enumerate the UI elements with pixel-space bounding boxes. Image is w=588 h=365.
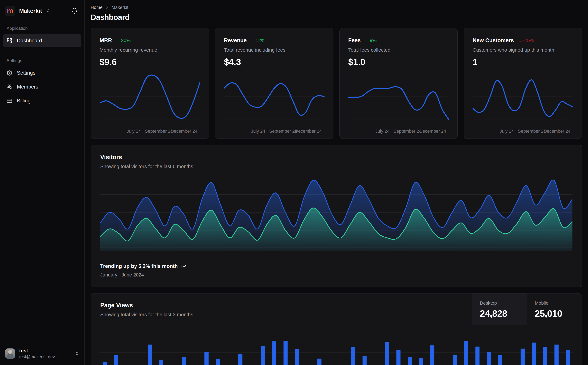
- visitors-trend-text: Trending up by 5.2% this month: [100, 263, 178, 269]
- arrow-down-icon: ↓: [519, 38, 521, 43]
- page-views-title: Page Views: [100, 302, 463, 309]
- chevrons-up-down-icon: [46, 9, 50, 13]
- stat-title: New Customers: [473, 37, 514, 43]
- x-axis-tick: July 24: [375, 129, 389, 134]
- user-menu[interactable]: test test@makerkit.dev: [0, 343, 84, 365]
- trend-value: 12%: [256, 38, 265, 43]
- stat-subtitle: Total fees collected: [348, 47, 449, 53]
- stat-value: 1: [473, 57, 573, 67]
- visitors-subtitle: Showing total visitors for the last 6 mo…: [100, 164, 573, 169]
- page-views-subtitle: Showing total visitors for the last 3 mo…: [100, 312, 463, 317]
- user-avatar: [5, 348, 15, 359]
- trend-value: 20%: [121, 38, 131, 43]
- workspace-name: Makerkit: [19, 8, 42, 14]
- user-name: test: [19, 348, 55, 354]
- revenue-sparkline-chart: [224, 73, 325, 125]
- dashboard-icon: [7, 38, 12, 43]
- stat-card-new-customers: New Customers ↓ -25% Customers who signe…: [463, 28, 582, 139]
- visitors-period: January - June 2024: [100, 272, 573, 278]
- sidebar-nav: Application Dashboard Settings Settings …: [0, 18, 84, 343]
- stat-subtitle: Customers who signed up this month: [473, 47, 573, 53]
- mrr-sparkline-chart: [100, 73, 200, 125]
- x-axis-tick: December 24: [419, 129, 446, 134]
- user-email: test@makerkit.dev: [19, 354, 55, 359]
- tab-value: 24,828: [480, 308, 524, 319]
- sidebar-item-label: Settings: [17, 70, 35, 76]
- x-axis-tick: December 24: [295, 129, 322, 134]
- visitors-title: Visitors: [100, 154, 573, 161]
- users-icon: [7, 84, 12, 90]
- arrow-up-icon: ↑: [117, 38, 119, 43]
- breadcrumb-current: Makerkit: [111, 5, 128, 10]
- stat-title: Revenue: [224, 37, 247, 43]
- bell-icon: [71, 8, 78, 14]
- fees-sparkline-chart: [348, 73, 449, 125]
- stat-subtitle: Monthly recurring revenue: [100, 47, 200, 53]
- tab-label: Desktop: [480, 301, 524, 306]
- new-customers-sparkline-chart: [473, 73, 573, 125]
- chevron-right-icon: [105, 6, 109, 9]
- trend-value: -25%: [523, 38, 534, 43]
- x-axis-tick: December 24: [171, 129, 197, 134]
- nav-section-application: Application: [7, 26, 81, 31]
- arrow-up-icon: ↑: [252, 38, 254, 43]
- x-axis-tick: December 24: [544, 129, 570, 134]
- trend-badge: ↑ 12%: [252, 38, 265, 43]
- stat-cards-row: MRR ↑ 20% Monthly recurring revenue $9.6…: [91, 28, 582, 139]
- logo-letter: m: [7, 7, 13, 14]
- notifications-button[interactable]: [71, 8, 78, 14]
- trend-badge: ↑ 9%: [366, 38, 377, 43]
- chevrons-up-down-icon: [75, 351, 79, 356]
- stat-subtitle: Total revenue including fees: [224, 47, 325, 53]
- gear-icon: [7, 70, 12, 76]
- tab-value: 25,010: [535, 308, 578, 319]
- x-axis-tick: July 24: [251, 129, 265, 134]
- page-title: Dashboard: [91, 13, 582, 22]
- trend-badge: ↑ 20%: [117, 38, 131, 43]
- trend-badge: ↓ -25%: [519, 38, 534, 43]
- trending-up-icon: [181, 263, 186, 269]
- page-views-card: Page Views Showing total visitors for th…: [91, 293, 582, 365]
- stat-card-revenue: Revenue ↑ 12% Total revenue including fe…: [215, 28, 333, 139]
- stat-title: Fees: [348, 37, 361, 43]
- makerkit-logo: m: [5, 6, 15, 16]
- tab-mobile[interactable]: Mobile 25,010: [527, 294, 582, 325]
- user-menu-caret[interactable]: [75, 351, 79, 356]
- tab-label: Mobile: [535, 301, 578, 306]
- stat-card-mrr: MRR ↑ 20% Monthly recurring revenue $9.6…: [91, 28, 209, 139]
- workspace-selector-row: m Makerkit: [0, 0, 84, 18]
- sidebar-item-label: Members: [17, 84, 38, 90]
- sidebar-item-settings[interactable]: Settings: [3, 67, 81, 79]
- arrow-up-icon: ↑: [366, 38, 368, 43]
- visitors-card: Visitors Showing total visitors for the …: [91, 145, 582, 287]
- user-info: test test@makerkit.dev: [19, 348, 55, 359]
- sidebar-item-members[interactable]: Members: [3, 80, 81, 93]
- x-axis-tick: July 24: [500, 129, 514, 134]
- main-content: Home Makerkit Dashboard MRR ↑ 20% Monthl…: [85, 0, 588, 365]
- visitors-area-chart: [100, 176, 573, 251]
- trend-value: 9%: [370, 38, 377, 43]
- sidebar-item-billing[interactable]: Billing: [3, 94, 81, 107]
- nav-section-settings: Settings: [7, 58, 81, 63]
- stat-value: $1.0: [348, 57, 449, 67]
- stat-value: $4.3: [224, 57, 325, 67]
- x-axis-tick: September 24: [269, 129, 297, 134]
- sidebar-item-label: Dashboard: [17, 38, 42, 44]
- stat-card-fees: Fees ↑ 9% Total fees collected $1.0 July…: [339, 28, 458, 139]
- stat-value: $9.6: [100, 57, 200, 67]
- sidebar-item-label: Billing: [17, 98, 31, 104]
- breadcrumb-home-link[interactable]: Home: [91, 5, 103, 10]
- x-axis-tick: September 24: [145, 129, 173, 134]
- tab-desktop[interactable]: Desktop 24,828: [472, 294, 527, 325]
- credit-card-icon: [7, 98, 12, 104]
- breadcrumb: Home Makerkit: [91, 5, 582, 10]
- stat-title: MRR: [100, 37, 112, 43]
- x-axis-tick: September 24: [518, 129, 546, 134]
- workspace-selector-button[interactable]: [46, 9, 50, 13]
- sidebar: m Makerkit Application Dashboard Setting…: [0, 0, 85, 365]
- page-views-bar-chart: [99, 325, 574, 365]
- sidebar-item-dashboard[interactable]: Dashboard: [3, 34, 81, 47]
- x-axis-tick: September 24: [394, 129, 422, 134]
- x-axis-tick: July 24: [127, 129, 141, 134]
